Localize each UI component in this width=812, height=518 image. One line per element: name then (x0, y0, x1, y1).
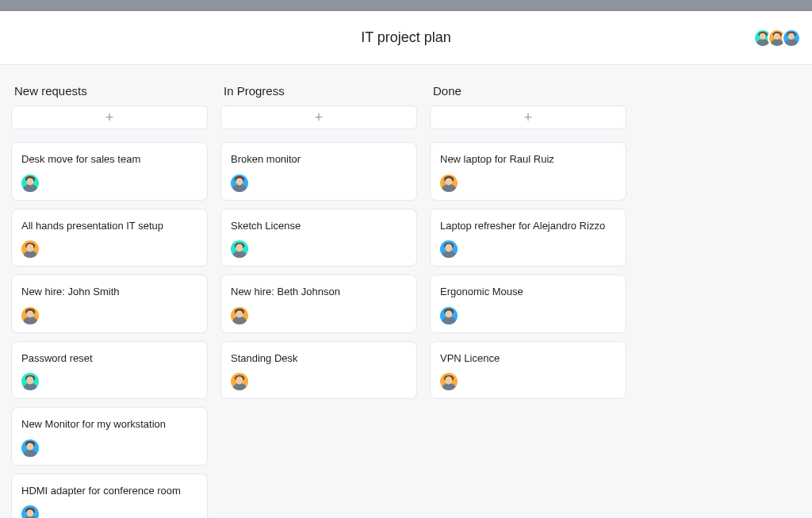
task-title: Broken monitor (231, 152, 407, 167)
kanban-board: New requests+Desk move for sales teamAll… (0, 65, 812, 518)
assignee-avatar (21, 175, 39, 192)
task-title: All hands presentation IT setup (21, 219, 197, 233)
assignee-avatar (21, 373, 39, 390)
task-card[interactable]: Ergonomic Mouse (430, 274, 626, 333)
task-title: New laptop for Raul Ruiz (440, 152, 616, 167)
task-card[interactable]: All hands presentation IT setup (11, 209, 208, 267)
task-card[interactable]: VPN Licence (430, 341, 626, 400)
task-title: HDMI adapter for conference room (21, 484, 197, 498)
plus-icon: + (315, 110, 324, 125)
project-members[interactable] (758, 29, 812, 48)
task-card[interactable]: New hire: John Smith (11, 274, 208, 333)
task-title: VPN Licence (440, 351, 616, 366)
window-chrome-strip (0, 0, 812, 11)
assignee-avatar (440, 240, 458, 258)
assignee-avatar (231, 373, 248, 390)
assignee-avatar (231, 175, 248, 192)
assignee-avatar (440, 373, 458, 390)
column-title: In Progress (220, 81, 417, 106)
add-card-button[interactable]: + (220, 106, 417, 129)
column-in-progress: In Progress+Broken monitorSketch License… (220, 81, 417, 518)
project-title: IT project plan (361, 29, 451, 46)
assignee-avatar (21, 307, 39, 324)
plus-icon: + (105, 110, 114, 125)
task-card[interactable]: Desk move for sales team (11, 142, 208, 201)
column-title: New requests (11, 81, 208, 106)
task-title: Standing Desk (231, 351, 407, 366)
task-card[interactable]: Broken monitor (220, 142, 417, 201)
add-card-button[interactable]: + (11, 106, 208, 129)
assignee-avatar (440, 307, 458, 324)
assignee-avatar (231, 240, 248, 258)
plus-icon: + (524, 110, 533, 125)
member-avatar[interactable] (782, 29, 801, 48)
column-new-requests: New requests+Desk move for sales teamAll… (11, 81, 208, 518)
assignee-avatar (21, 240, 39, 258)
project-header: IT project plan (0, 11, 812, 65)
task-card[interactable]: Laptop refresher for Alejandro Rizzo (430, 209, 626, 267)
column-done: Done+New laptop for Raul RuizLaptop refr… (430, 81, 626, 518)
task-card[interactable]: Standing Desk (220, 341, 417, 400)
task-title: New hire: John Smith (21, 285, 197, 299)
assignee-avatar (440, 175, 458, 192)
task-title: Desk move for sales team (21, 152, 197, 167)
task-card[interactable]: Password reset (11, 341, 208, 400)
task-title: Password reset (21, 351, 197, 366)
task-card[interactable]: New laptop for Raul Ruiz (430, 142, 626, 201)
task-card[interactable]: HDMI adapter for conference room (11, 474, 208, 518)
assignee-avatar (21, 505, 39, 518)
task-card[interactable]: Sketch License (220, 209, 417, 267)
add-card-button[interactable]: + (430, 106, 626, 129)
task-card[interactable]: New Monitor for my workstation (11, 407, 208, 466)
column-title: Done (430, 81, 626, 106)
assignee-avatar (231, 307, 248, 324)
task-title: Ergonomic Mouse (440, 285, 616, 299)
task-title: Sketch License (231, 219, 407, 233)
assignee-avatar (21, 439, 39, 457)
task-title: New Monitor for my workstation (21, 417, 197, 432)
task-card[interactable]: New hire: Beth Johnson (220, 274, 417, 333)
task-title: Laptop refresher for Alejandro Rizzo (440, 219, 616, 233)
task-title: New hire: Beth Johnson (231, 285, 407, 299)
